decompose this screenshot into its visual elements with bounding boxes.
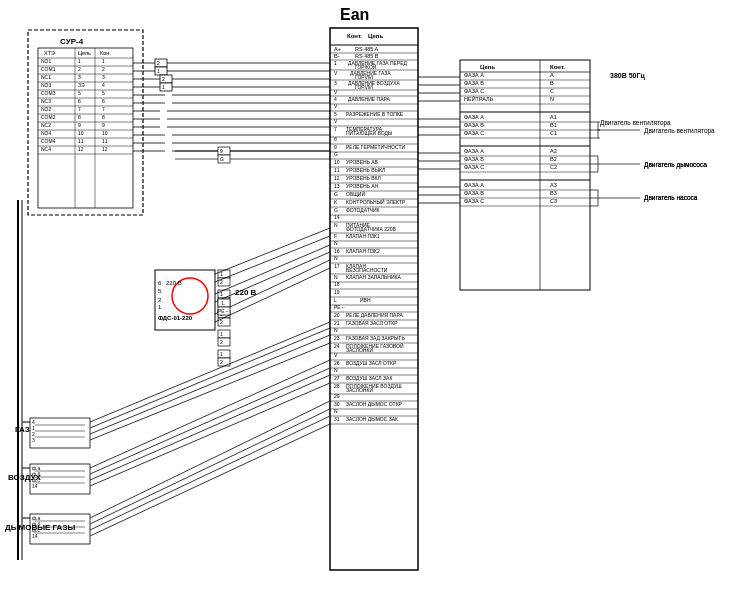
svg-text:PE←: PE← <box>334 304 346 310</box>
svg-text:КЛАПАН ПЗК1: КЛАПАН ПЗК1 <box>346 233 380 239</box>
svg-text:9: 9 <box>78 122 81 128</box>
svg-text:10: 10 <box>78 130 84 136</box>
svg-text:20: 20 <box>334 312 340 318</box>
svg-text:2: 2 <box>78 66 81 72</box>
svg-text:Двигатель насоса: Двигатель насоса <box>644 194 698 202</box>
svg-text:N: N <box>334 327 338 333</box>
svg-text:8: 8 <box>334 136 337 142</box>
svg-text:23: 23 <box>334 335 340 341</box>
svg-text:18: 18 <box>334 281 340 287</box>
svg-text:9: 9 <box>102 122 105 128</box>
svg-text:3: 3 <box>32 437 35 443</box>
svg-text:F: F <box>334 233 337 239</box>
svg-text:2: 2 <box>220 339 223 345</box>
svg-text:Кон.: Кон. <box>100 50 111 56</box>
svg-text:ИВН: ИВН <box>360 297 371 303</box>
svg-text:ФАЗА В: ФАЗА В <box>464 122 484 128</box>
svg-text:ФАЗА С: ФАЗА С <box>464 164 484 170</box>
svg-text:ЗАСЛОН ДЫМОС ЗАК: ЗАСЛОН ДЫМОС ЗАК <box>346 416 398 422</box>
svg-text:NC1: NC1 <box>41 74 51 80</box>
svg-text:1: 1 <box>162 84 165 90</box>
svg-text:220 В: 220 В <box>166 280 182 286</box>
svg-text:ФАЗА В: ФАЗА В <box>464 190 484 196</box>
svg-text:10: 10 <box>102 130 108 136</box>
svg-text:5: 5 <box>78 90 81 96</box>
svg-text:В3: В3 <box>550 190 557 196</box>
svg-text:N: N <box>334 367 338 373</box>
svg-text:11: 11 <box>78 138 84 144</box>
svg-text:G: G <box>334 151 338 157</box>
svg-text:N: N <box>334 222 338 228</box>
svg-text:ГОР/ЛИ: ГОР/ЛИ <box>355 84 373 90</box>
svg-text:С3: С3 <box>550 198 557 204</box>
svg-text:ФАЗА В: ФАЗА В <box>464 156 484 162</box>
svg-text:В: В <box>550 80 554 86</box>
svg-text:ЗАСЛОНКИ: ЗАСЛОНКИ <box>346 347 373 353</box>
svg-text:27: 27 <box>334 375 340 381</box>
wiring-diagram: Конт. Цепь A+ RS 485 A B- RS 485 B 1 ДАВ… <box>0 0 732 598</box>
svg-text:3: 3 <box>102 74 105 80</box>
svg-text:Двигатель дымососа: Двигатель дымососа <box>644 161 707 169</box>
svg-text:ГАЗОВАЯ ЗАСЛ ОТКР: ГАЗОВАЯ ЗАСЛ ОТКР <box>346 320 398 326</box>
svg-text:УРОВЕНЬ АВ: УРОВЕНЬ АВ <box>346 159 379 165</box>
svg-text:28: 28 <box>334 383 340 389</box>
svg-text:10: 10 <box>334 159 340 165</box>
svg-text:ЗЭ: ЗЭ <box>78 82 85 88</box>
svg-text:14: 14 <box>32 533 38 539</box>
svg-text:Двигатель вентилятора: Двигатель вентилятора <box>600 119 671 127</box>
svg-text:КЛАПАН ЗАПАЛЬНИКА: КЛАПАН ЗАПАЛЬНИКА <box>346 274 401 280</box>
svg-text:КЛАПАН ПЗК2: КЛАПАН ПЗК2 <box>346 248 380 254</box>
svg-text:5: 5 <box>102 90 105 96</box>
svg-text:RS 485 B: RS 485 B <box>355 53 379 59</box>
svg-text:N: N <box>334 408 338 414</box>
svg-text:В2: В2 <box>550 156 557 162</box>
diagram-container: Конт. Цепь A+ RS 485 A B- RS 485 B 1 ДАВ… <box>0 0 732 598</box>
svg-text:4: 4 <box>102 82 105 88</box>
svg-text:7: 7 <box>78 106 81 112</box>
svg-text:ОБЩИЙ: ОБЩИЙ <box>346 191 365 197</box>
svg-text:2: 2 <box>220 319 223 325</box>
svg-text:RS 485 A: RS 485 A <box>355 46 379 52</box>
svg-text:С2: С2 <box>550 164 557 170</box>
svg-text:13: 13 <box>334 183 340 189</box>
svg-text:1: 1 <box>102 58 105 64</box>
svg-text:6: 6 <box>102 98 105 104</box>
svg-text:N: N <box>334 274 338 280</box>
svg-text:А3: А3 <box>550 182 557 188</box>
svg-text:G: G <box>334 191 338 197</box>
svg-text:А1: А1 <box>550 114 557 120</box>
svg-text:Цепь: Цепь <box>480 64 495 70</box>
svg-text:КОНТРОЛЬНЫЙ ЭЛЕКТР: КОНТРОЛЬНЫЙ ЭЛЕКТР <box>346 199 406 205</box>
svg-text:NC4: NC4 <box>41 146 51 152</box>
svg-text:11: 11 <box>102 138 108 144</box>
svg-text:9: 9 <box>334 144 337 150</box>
svg-text:7: 7 <box>334 126 337 132</box>
svg-text:3: 3 <box>78 74 81 80</box>
svg-text:14: 14 <box>334 214 340 220</box>
svg-text:БЕЗОПАСНОСТИ: БЕЗОПАСНОСТИ <box>346 267 388 273</box>
svg-text:30: 30 <box>334 401 340 407</box>
svg-text:А: А <box>550 72 554 78</box>
svg-text:17: 17 <box>334 263 340 269</box>
svg-rect-1 <box>330 28 418 570</box>
svg-text:В1: В1 <box>550 122 557 128</box>
svg-text:Конт.: Конт. <box>347 33 362 39</box>
svg-text:12: 12 <box>334 175 340 181</box>
svg-text:НЕЙТРАЛЬ: НЕЙТРАЛЬ <box>464 96 494 102</box>
svg-text:COM1: COM1 <box>41 66 56 72</box>
svg-text:ФАЗА С: ФАЗА С <box>464 130 484 136</box>
svg-text:12: 12 <box>102 146 108 152</box>
svg-text:СУР-4: СУР-4 <box>60 37 84 46</box>
svg-text:8: 8 <box>102 114 105 120</box>
svg-text:ФОТОДАТЧИКА 220В: ФОТОДАТЧИКА 220В <box>346 226 397 232</box>
svg-text:14: 14 <box>32 483 38 489</box>
svg-text:А2: А2 <box>550 148 557 154</box>
voltage-label: 380В 50Гц <box>610 72 645 80</box>
svg-text:L: L <box>334 297 337 303</box>
svg-text:NO3: NO3 <box>41 82 52 88</box>
svg-text:2: 2 <box>157 60 160 66</box>
svg-text:ДАВЛЕНИЕ ПАРА: ДАВЛЕНИЕ ПАРА <box>348 96 390 102</box>
svg-text:УРОВЕНЬ ВКЛ: УРОВЕНЬ ВКЛ <box>346 175 381 181</box>
svg-text:ФАЗА С: ФАЗА С <box>464 88 484 94</box>
svg-text:ВОЗДУШ ЗАСЛ ОТКР: ВОЗДУШ ЗАСЛ ОТКР <box>346 360 397 366</box>
